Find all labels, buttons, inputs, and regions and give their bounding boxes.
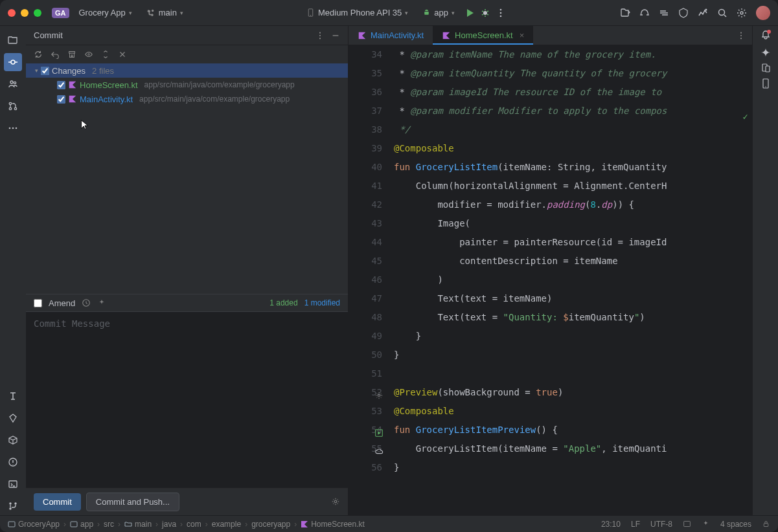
problems-tool-button[interactable] [4,453,22,471]
svg-point-5 [500,15,502,17]
branch-selector[interactable]: main ▾ [142,5,188,20]
run-config-selector[interactable]: app ▾ [418,5,459,20]
inspection-ok-icon[interactable]: ✓ [743,107,748,126]
close-window-button[interactable] [8,9,16,17]
left-tool-rail [0,26,26,515]
svg-point-15 [9,127,11,129]
shelve-icon[interactable] [67,50,76,59]
breadcrumb-item[interactable]: src [104,520,114,529]
minimize-panel-icon[interactable] [331,31,340,40]
file-path: app/src/main/java/com/example/groceryapp [139,94,290,104]
readonly-icon[interactable] [683,520,691,528]
maximize-window-button[interactable] [34,9,41,17]
commit-settings-icon[interactable] [331,497,340,506]
file-name: MainActivity.kt [80,94,133,104]
statusbar: GroceryApp › app › src › main › java › c… [0,515,778,532]
refresh-icon[interactable] [34,50,43,59]
breadcrumb-item[interactable]: GroceryApp [8,520,60,529]
run-button[interactable] [464,8,475,18]
terminal-tool-button[interactable] [4,475,22,493]
file-checkbox[interactable] [57,81,65,89]
close-icon[interactable] [118,50,127,59]
resource-tool-button[interactable] [4,409,22,427]
file-row-mainactivity[interactable]: MainActivity.kt app/src/main/java/com/ex… [26,92,348,106]
history-icon[interactable] [82,298,91,307]
settings-icon[interactable] [737,8,747,18]
svg-point-3 [500,8,502,10]
svg-point-8 [740,12,743,14]
code-editor[interactable]: ✓ 34353637383940414243444546474849505152… [349,45,752,515]
svg-point-26 [88,54,90,56]
bookmarks-tool-button[interactable] [4,387,22,405]
structure-tool-button[interactable] [4,75,22,93]
tab-options-icon[interactable] [737,31,746,40]
breadcrumb-item[interactable]: java [162,520,176,529]
vcs-tool-button[interactable] [4,497,22,515]
cursor-position[interactable]: 23:10 [601,520,621,529]
changes-tree: ▾ Changes 2 files HomeScreen.kt app/src/… [26,63,348,294]
window-controls [8,9,41,17]
file-encoding[interactable]: UTF-8 [650,520,672,529]
notifications-button[interactable] [761,30,771,42]
breadcrumb-item[interactable]: example [212,520,241,529]
close-tab-icon[interactable]: × [520,30,525,40]
indent-info[interactable]: 4 spaces [720,520,751,529]
rollback-icon[interactable] [51,50,60,59]
code-with-me-icon[interactable] [620,8,630,18]
commit-message-input[interactable] [26,312,348,488]
changelist-icon[interactable] [101,50,110,59]
debug-button[interactable] [480,8,490,18]
breadcrumb-item[interactable]: main [124,520,152,529]
breadcrumb-item[interactable]: com [187,520,201,529]
breadcrumb-item[interactable]: app [70,520,93,529]
kotlin-file-icon [358,31,367,40]
breadcrumb-item[interactable]: HomeScreen.kt [301,520,365,529]
line-separator[interactable]: LF [631,520,640,529]
profiler-icon[interactable] [698,8,708,18]
commit-button[interactable]: Commit [34,493,81,511]
svg-rect-40 [684,521,691,526]
svg-point-14 [14,107,16,109]
search-icon[interactable] [717,8,727,18]
diff-icon[interactable] [84,50,93,59]
tab-label: HomeScreen.kt [455,30,513,40]
build-icon[interactable] [678,8,689,18]
ai-status-icon[interactable] [702,520,710,528]
project-selector[interactable]: Grocery App ▾ [74,5,137,20]
lock-icon[interactable] [762,520,770,528]
minimize-window-button[interactable] [21,9,29,17]
build-variants-tool-button[interactable] [4,431,22,449]
ai-icon[interactable] [97,298,106,307]
user-avatar[interactable] [756,6,770,20]
amend-checkbox[interactable] [34,299,42,307]
tab-mainactivity[interactable]: MainActivity.kt [349,26,433,45]
running-devices-icon[interactable] [761,78,771,89]
tab-homescreen[interactable]: HomeScreen.kt × [433,26,533,45]
file-checkbox[interactable] [57,95,65,104]
gemini-icon[interactable] [761,47,771,58]
changes-group-row[interactable]: ▾ Changes 2 files [26,63,348,78]
changes-toolbar [26,45,348,63]
pull-requests-tool-button[interactable] [4,97,22,115]
device-name: Medium Phone API 35 [318,8,402,17]
editor-content[interactable]: * @param itemName The name of the grocer… [394,45,752,515]
sync-icon[interactable] [659,8,669,18]
modified-summary: 1 modified [304,298,340,307]
bell-icon [761,30,771,40]
device-manager-icon[interactable] [761,63,771,73]
breadcrumb-separator: › [97,520,100,529]
code-analysis-icon[interactable] [639,8,650,18]
device-selector[interactable]: Medium Phone API 35 ▾ [302,5,413,20]
options-icon[interactable] [315,31,325,40]
breadcrumb-item[interactable]: groceryapp [251,520,290,529]
changes-group-checkbox[interactable] [41,67,49,75]
file-row-homescreen[interactable]: HomeScreen.kt app/src/main/java/com/exam… [26,78,348,92]
commit-and-push-button[interactable]: Commit and Push... [86,493,179,511]
more-actions-icon[interactable] [496,8,506,18]
more-tools-button[interactable] [4,119,22,137]
breadcrumb-separator: › [245,520,247,529]
commit-tool-button[interactable] [4,53,22,71]
folder-icon [8,35,18,45]
breadcrumb-separator: › [155,520,158,529]
project-tool-button[interactable] [4,31,22,49]
